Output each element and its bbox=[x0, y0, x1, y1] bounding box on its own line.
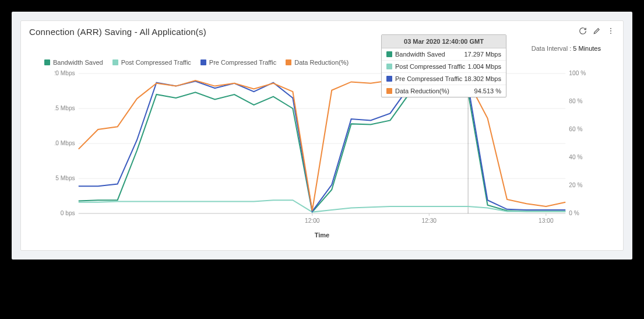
svg-text:20 Mbps: 20 Mbps bbox=[55, 71, 75, 76]
legend-item[interactable]: Data Reduction(%) bbox=[286, 59, 349, 66]
legend-swatch bbox=[44, 59, 50, 65]
svg-point-2 bbox=[610, 33, 611, 34]
svg-text:40 %: 40 % bbox=[569, 154, 582, 160]
chart-svg: 0 bps5 Mbps10 Mbps15 Mbps20 Mbps0 %20 %4… bbox=[55, 71, 589, 228]
x-axis-label: Time bbox=[31, 232, 613, 239]
more-icon[interactable] bbox=[607, 27, 615, 37]
card-header: Connection (ARR) Saving - All Applicatio… bbox=[21, 21, 623, 45]
card-actions bbox=[579, 27, 615, 37]
card-title: Connection (ARR) Saving - All Applicatio… bbox=[29, 27, 206, 37]
interval-label: Data Interval : bbox=[532, 45, 571, 52]
tooltip-row: Pre Compressed Traffic18.302 Mbps bbox=[382, 73, 506, 85]
legend-swatch bbox=[286, 59, 291, 65]
edit-icon[interactable] bbox=[593, 27, 601, 37]
svg-text:13:00: 13:00 bbox=[539, 218, 554, 224]
legend-item[interactable]: Bandwidth Saved bbox=[44, 59, 103, 66]
svg-point-0 bbox=[610, 28, 611, 29]
tooltip-row: Data Reduction(%)94.513 % bbox=[382, 85, 506, 97]
tooltip-row: Post Compressed Traffic1.004 Mbps bbox=[382, 61, 506, 73]
chart-body: Data Interval : 5 Minutes Bandwidth Save… bbox=[21, 45, 623, 250]
legend-item[interactable]: Pre Compressed Traffic bbox=[200, 59, 276, 66]
svg-text:5 Mbps: 5 Mbps bbox=[55, 175, 75, 181]
svg-text:15 Mbps: 15 Mbps bbox=[55, 105, 75, 111]
interval-value: 5 Minutes bbox=[573, 45, 601, 52]
svg-text:80 %: 80 % bbox=[569, 98, 582, 104]
svg-text:20 %: 20 % bbox=[569, 182, 582, 188]
data-interval: Data Interval : 5 Minutes bbox=[31, 45, 613, 57]
legend-label: Data Reduction(%) bbox=[294, 59, 349, 66]
legend-item[interactable]: Post Compressed Traffic bbox=[112, 59, 191, 66]
refresh-icon[interactable] bbox=[579, 27, 587, 37]
legend-label: Pre Compressed Traffic bbox=[209, 59, 276, 66]
legend-label: Bandwidth Saved bbox=[53, 59, 103, 66]
legend-label: Post Compressed Traffic bbox=[121, 59, 191, 66]
svg-text:100 %: 100 % bbox=[569, 71, 586, 76]
svg-text:10 Mbps: 10 Mbps bbox=[55, 140, 75, 146]
svg-point-1 bbox=[610, 30, 611, 31]
legend: Bandwidth SavedPost Compressed TrafficPr… bbox=[31, 57, 613, 71]
tooltip-timestamp: 03 Mar 2020 12:40:00 GMT bbox=[382, 35, 506, 48]
chart-card: Connection (ARR) Saving - All Applicatio… bbox=[20, 20, 624, 251]
svg-text:60 %: 60 % bbox=[569, 126, 582, 132]
svg-text:12:00: 12:00 bbox=[305, 218, 320, 224]
svg-text:0 %: 0 % bbox=[569, 210, 579, 216]
svg-text:0 bps: 0 bps bbox=[61, 210, 75, 216]
svg-text:12:30: 12:30 bbox=[422, 218, 437, 224]
legend-swatch bbox=[200, 59, 206, 65]
legend-swatch bbox=[112, 59, 118, 65]
chart-tooltip: 03 Mar 2020 12:40:00 GMT Bandwidth Saved… bbox=[381, 34, 506, 97]
tooltip-row: Bandwidth Saved17.297 Mbps bbox=[382, 48, 506, 61]
plot-area[interactable]: 0 bps5 Mbps10 Mbps15 Mbps20 Mbps0 %20 %4… bbox=[55, 71, 589, 228]
